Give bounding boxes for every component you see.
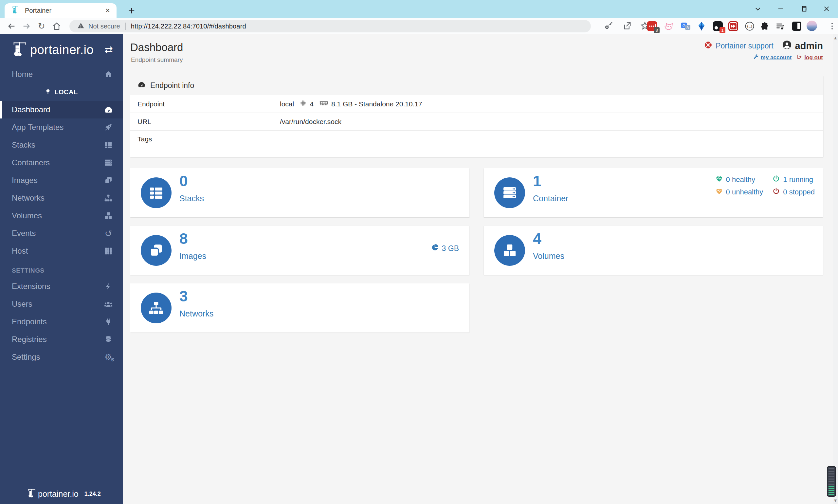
endpoint-row: Endpoint local 4 8.1 GB - Standalone 20.…: [130, 95, 823, 112]
user-menu[interactable]: admin: [782, 40, 823, 52]
extension-translate-icon[interactable]: GA: [680, 21, 691, 32]
sidebar-item-app-templates[interactable]: App Templates: [0, 119, 123, 136]
images-label: Images: [179, 251, 206, 261]
share-icon[interactable]: [623, 21, 632, 31]
extension-badge: 3: [654, 27, 660, 33]
tags-row: Tags: [130, 130, 823, 157]
username: admin: [795, 40, 823, 51]
sidebar-footer: portainer.io 1.24.2: [0, 484, 123, 504]
sidebar-item-registries[interactable]: Registries: [0, 330, 123, 348]
portainer-logo-icon: [11, 40, 28, 59]
extension-clipboard-icon[interactable]: 1: [713, 21, 723, 32]
page-scrollbar[interactable]: ▲ ▼: [833, 34, 838, 504]
gauge-icon: [138, 80, 146, 91]
brand-name: portainer.io: [30, 43, 105, 57]
footer-version: 1.24.2: [85, 490, 101, 498]
forward-icon[interactable]: [20, 20, 33, 32]
containers-card[interactable]: 1 Container 0 healthy 1 running 0 unheal…: [484, 168, 823, 217]
sidebar-collapse-icon[interactable]: ⇄: [105, 45, 113, 55]
extension-braces-icon[interactable]: {…}: [744, 21, 755, 32]
sidebar-item-endpoints[interactable]: Endpoints: [0, 313, 123, 330]
sidebar-item-settings[interactable]: Settings ⚙⚙: [0, 348, 123, 366]
sidebar-item-images[interactable]: Images: [0, 172, 123, 189]
memory-icon: [320, 100, 328, 108]
sidebar-item-host[interactable]: Host: [0, 242, 123, 260]
portainer-logo-icon: [27, 488, 37, 500]
sidebar-item-containers[interactable]: Containers: [0, 154, 123, 172]
database-icon: [104, 335, 113, 344]
address-bar[interactable]: Not secure http://124.222.22.84:7010/#/d…: [69, 20, 591, 32]
sidebar-brand: portainer.io ⇄: [0, 34, 123, 66]
heartbeat-green-icon: [715, 175, 723, 184]
extension-lastpass-icon[interactable]: 3: [647, 21, 657, 32]
stacks-card[interactable]: 0 Stacks: [130, 168, 469, 217]
extension-sidepanel-icon[interactable]: [791, 21, 802, 32]
window-restore-icon[interactable]: [792, 0, 815, 18]
browser-tab[interactable]: Portainer ×: [4, 3, 117, 18]
scroll-up-icon[interactable]: ▲: [833, 35, 838, 40]
key-icon[interactable]: [604, 21, 614, 31]
browser-menu-icon[interactable]: [830, 21, 835, 32]
portainer-favicon: [11, 5, 20, 15]
endpoint-info-panel: Endpoint info Endpoint local 4 8.1 GB - …: [130, 76, 823, 157]
url-text: http://124.222.22.84:7010/#/dashboard: [131, 22, 246, 30]
sidebar-item-users[interactable]: Users: [0, 295, 123, 313]
back-icon[interactable]: [5, 20, 18, 32]
window-chevron-icon[interactable]: [746, 0, 769, 18]
reload-icon[interactable]: ↻: [35, 20, 48, 32]
sidebar-item-dashboard[interactable]: Dashboard: [0, 101, 123, 119]
sidebar-item-stacks[interactable]: Stacks: [0, 136, 123, 154]
clone-icon: [104, 176, 113, 185]
sidebar-item-events[interactable]: Events ↺: [0, 224, 123, 242]
profile-avatar[interactable]: [806, 21, 817, 31]
power-green-icon: [772, 175, 780, 184]
extension-fastforward-icon[interactable]: [728, 21, 738, 32]
containers-count: 1: [533, 172, 541, 190]
power-red-icon: [772, 187, 780, 197]
tab-close-icon[interactable]: ×: [104, 6, 112, 15]
plug-icon: [104, 317, 113, 326]
extensions-puzzle-icon[interactable]: [760, 21, 770, 32]
screen: Portainer × + ↻ Not secure http://124.22…: [0, 0, 838, 504]
microchip-icon: [300, 100, 306, 108]
networks-label: Networks: [179, 309, 213, 319]
sidebar-item-home[interactable]: Home: [0, 66, 123, 83]
sidebar-item-volumes[interactable]: Volumes: [0, 207, 123, 224]
sidebar-item-networks[interactable]: Networks: [0, 189, 123, 207]
images-card-icon: [141, 235, 172, 266]
memory-info: 8.1 GB - Standalone 20.10.17: [331, 100, 422, 108]
tab-title: Portainer: [25, 7, 104, 14]
page-title: Dashboard: [130, 41, 183, 54]
browser-tabstrip: Portainer × +: [0, 0, 838, 18]
extension-kite-icon[interactable]: [696, 21, 707, 32]
gauge-icon: [104, 105, 113, 114]
scroll-down-icon[interactable]: ▼: [833, 498, 838, 503]
not-secure-warning-icon: [77, 22, 85, 31]
sidebar-item-extensions[interactable]: Extensions: [0, 277, 123, 295]
window-close-icon[interactable]: [815, 0, 838, 18]
main-content: Dashboard Endpoint summary Portainer sup…: [123, 34, 833, 504]
rocket-icon: [104, 123, 113, 132]
browser-toolbar: ↻ Not secure http://124.222.22.84:7010/#…: [0, 18, 838, 34]
home-icon[interactable]: [50, 20, 63, 32]
log-out-link[interactable]: log out: [797, 54, 823, 61]
extension-playlist-icon[interactable]: [775, 21, 786, 32]
widget-progress: [828, 486, 834, 495]
scroll-overlay-widget[interactable]: [827, 466, 836, 497]
extension-cat-icon[interactable]: [664, 21, 675, 32]
plug-icon: [45, 88, 51, 96]
networks-card[interactable]: 3 Networks: [130, 284, 469, 332]
volumes-card[interactable]: 4 Volumes: [484, 226, 823, 275]
images-card[interactable]: 8 Images 3 GB: [130, 226, 469, 275]
my-account-link[interactable]: my account: [753, 54, 791, 61]
new-tab-button[interactable]: +: [125, 4, 138, 17]
grid-icon: [104, 247, 113, 256]
page-subtitle: Endpoint summary: [131, 56, 183, 64]
row-label: Endpoint: [138, 100, 280, 108]
bolt-icon: [104, 282, 113, 291]
portainer-support-link[interactable]: Portainer support: [704, 41, 773, 51]
wrench-icon: [753, 54, 759, 61]
containers-label: Container: [533, 194, 568, 203]
window-minimize-icon[interactable]: [769, 0, 792, 18]
url-value: /var/run/docker.sock: [280, 118, 341, 126]
